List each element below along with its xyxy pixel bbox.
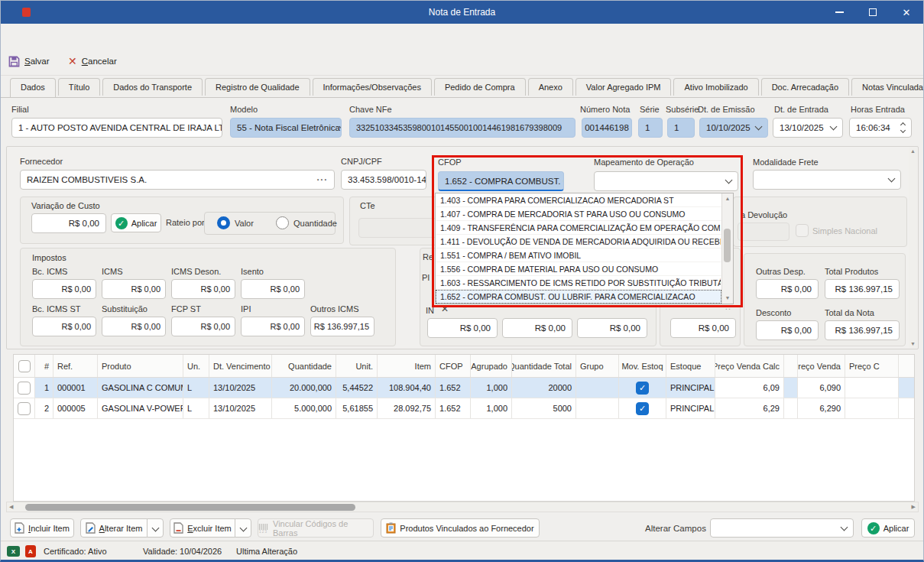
money-field[interactable]: R$ 0,00 bbox=[32, 317, 96, 336]
column-header[interactable]: Unit. bbox=[336, 355, 378, 377]
cfop-select[interactable]: 1.652 - COMPRA COMBUST. OU LU bbox=[438, 171, 564, 191]
scrollbar-thumb[interactable] bbox=[25, 504, 355, 511]
column-header[interactable]: Ref. bbox=[53, 355, 98, 377]
cfop-option[interactable]: 1.603 - RESSARCIMENTO DE ICMS RETIDO POR… bbox=[436, 276, 721, 290]
minimize-button[interactable] bbox=[822, 1, 856, 24]
cfop-option[interactable]: 1.409 - TRANSFERÊNCIA PARA COMERCIALIZAÇ… bbox=[436, 221, 721, 235]
panel-vertical-scrollbar[interactable]: ▲ ▼ bbox=[909, 148, 917, 348]
column-header[interactable]: Quantidade Total bbox=[512, 355, 576, 377]
serie-field[interactable]: 1 bbox=[638, 118, 663, 138]
time-spinner[interactable] bbox=[901, 122, 905, 134]
tab-doc-arrecada-o[interactable]: Doc. Arrecadação bbox=[761, 78, 849, 96]
horas-entrada-field[interactable]: 16:06:34 bbox=[849, 118, 912, 138]
tab-valor-agregado-ipm[interactable]: Valor Agregado IPM bbox=[575, 78, 672, 96]
scroll-right-icon[interactable]: ▶ bbox=[912, 503, 916, 511]
scrollbar-thumb[interactable] bbox=[724, 229, 731, 262]
column-header[interactable]: Estoque bbox=[666, 355, 715, 377]
column-header[interactable]: # bbox=[35, 355, 53, 377]
dropdown-scrollbar[interactable]: ▲ ▼ bbox=[721, 193, 733, 304]
column-header[interactable]: Preço C bbox=[845, 355, 899, 377]
produtos-vinculados-button[interactable]: Produtos Vinculados ao Fornecedor bbox=[381, 518, 540, 538]
alterar-item-dropdown[interactable] bbox=[147, 518, 164, 538]
tab-dados-do-transporte[interactable]: Dados do Transporte bbox=[102, 78, 203, 96]
column-header[interactable]: Un. bbox=[183, 355, 209, 377]
table-row[interactable]: 1000001GASOLINA C COMUML13/10/202520.000… bbox=[14, 378, 914, 398]
tab-informa-es-observa-es[interactable]: Informações/Observações bbox=[313, 78, 432, 96]
money-field[interactable]: R$ 0,00 bbox=[171, 279, 235, 299]
mov-estoq-checkbox[interactable]: ✓ bbox=[636, 382, 649, 395]
column-header[interactable]: Produto bbox=[98, 355, 183, 377]
column-header[interactable]: Item bbox=[378, 355, 436, 377]
total-produtos-field[interactable]: R$ 136.997,15 bbox=[825, 279, 900, 299]
incluir-item-button[interactable]: Incluir Item bbox=[10, 518, 74, 538]
tab-dados[interactable]: Dados bbox=[10, 78, 56, 97]
fornecedor-field[interactable]: RAIZEN COMBUSTIVEIS S.A.··· bbox=[20, 170, 335, 190]
tab-anexo[interactable]: Anexo bbox=[528, 78, 573, 96]
money-field[interactable]: R$ 0,00 bbox=[241, 317, 305, 336]
lookup-ellipsis-button[interactable]: ··· bbox=[317, 175, 329, 184]
clear-icon[interactable]: ✕ bbox=[441, 304, 449, 314]
money-field[interactable]: R$ 0,00 bbox=[32, 279, 96, 299]
tab-notas-vinculadas[interactable]: Notas Vinculadas bbox=[851, 78, 924, 96]
horizontal-scrollbar[interactable]: ◀ ▶ bbox=[6, 502, 919, 512]
column-header[interactable] bbox=[784, 355, 798, 377]
scroll-up-icon[interactable]: ▲ bbox=[910, 148, 916, 155]
money-field[interactable]: R$ 136.997,15 bbox=[310, 317, 374, 336]
total-nota-field[interactable]: R$ 136.997,15 bbox=[825, 320, 900, 340]
cfop-option[interactable]: 1.556 - COMPRA DE MATERIAL PARA USO OU C… bbox=[436, 262, 721, 276]
column-header[interactable]: Mov. Estoq bbox=[619, 355, 666, 377]
alterar-item-button[interactable]: Alterar Item bbox=[80, 518, 148, 538]
pdf-export-icon[interactable]: A bbox=[25, 545, 36, 557]
radio-quantidade[interactable] bbox=[276, 216, 289, 229]
scroll-left-icon[interactable]: ◀ bbox=[9, 503, 13, 511]
alterar-campos-select[interactable] bbox=[710, 518, 854, 538]
cfop-option[interactable]: 1.407 - COMPRA DE MERCADORIA ST PARA USO… bbox=[436, 207, 721, 221]
tab-ativo-imobilizado[interactable]: Ativo Imobilizado bbox=[673, 78, 758, 96]
modelo-select[interactable]: 55 - Nota Fiscal Eletrônica bbox=[230, 118, 342, 138]
scroll-down-icon[interactable]: ▼ bbox=[725, 294, 731, 302]
money-field[interactable]: R$ 0,00 bbox=[241, 279, 305, 299]
cancel-button[interactable]: ✕ Cancelar bbox=[68, 52, 117, 70]
maximize-button[interactable] bbox=[856, 1, 890, 24]
cfop-option[interactable]: 1.551 - COMPRA / BEM ATIVO IMOBIL bbox=[436, 249, 721, 262]
radio-valor[interactable] bbox=[217, 216, 230, 229]
chave-nfe-field[interactable]: 3325103345359800101455001001446198167939… bbox=[349, 118, 575, 138]
excluir-item-button[interactable]: Excluir Item bbox=[170, 518, 235, 538]
retencao-field-1[interactable]: R$ 0,00 bbox=[427, 318, 498, 338]
dt-emissao-select[interactable]: 10/10/2025 bbox=[699, 118, 768, 138]
money-field[interactable]: R$ 0,00 bbox=[171, 317, 235, 336]
mov-estoq-checkbox[interactable]: ✓ bbox=[636, 402, 649, 415]
variacao-valor-field[interactable]: R$ 0,00 bbox=[31, 213, 106, 233]
simples-nacional-checkbox[interactable] bbox=[796, 224, 809, 237]
cfop-option[interactable]: 1.652 - COMPRA COMBUST. OU LUBRIF. PARA … bbox=[436, 290, 721, 304]
scroll-down-icon[interactable]: ▼ bbox=[910, 340, 916, 348]
extra-money-field[interactable]: R$ 0,00 bbox=[670, 318, 736, 338]
select-all-checkbox[interactable] bbox=[18, 360, 31, 372]
dt-entrada-select[interactable]: 13/10/2025 bbox=[773, 118, 843, 138]
filial-select[interactable]: 1 - AUTO POSTO AVENIDA CENTRAL DE IRAJA … bbox=[11, 118, 222, 138]
money-field[interactable]: R$ 0,00 bbox=[102, 279, 166, 299]
tab-registro-de-qualidade[interactable]: Registro de Qualidade bbox=[205, 78, 310, 96]
excluir-item-dropdown[interactable] bbox=[235, 518, 251, 538]
aplicar-button[interactable]: ✓Aplicar bbox=[861, 518, 915, 538]
desconto-field[interactable]: R$ 0,00 bbox=[756, 320, 819, 340]
tab-t-tulo[interactable]: Título bbox=[58, 78, 101, 96]
outras-desp-field[interactable]: R$ 0,00 bbox=[756, 279, 819, 299]
mapeamento-select[interactable] bbox=[594, 171, 738, 191]
subserie-field[interactable]: 1 bbox=[667, 118, 695, 138]
row-checkbox[interactable] bbox=[18, 402, 31, 415]
close-button[interactable]: ✕ bbox=[890, 1, 923, 24]
tab-pedido-de-compra[interactable]: Pedido de Compra bbox=[434, 78, 526, 96]
row-checkbox[interactable] bbox=[18, 382, 31, 395]
modalidade-frete-select[interactable] bbox=[753, 170, 901, 190]
cfop-option[interactable]: 1.411 - DEVOLUÇÃO DE VENDA DE MERCADORIA… bbox=[436, 235, 721, 249]
grip-icon[interactable]: ∷ bbox=[725, 304, 731, 312]
table-row[interactable]: 2000005GASOLINA V-POWERL13/10/20255.000,… bbox=[14, 398, 914, 419]
scroll-up-icon[interactable]: ▲ bbox=[725, 195, 731, 203]
money-field[interactable]: R$ 0,00 bbox=[102, 317, 166, 336]
column-header[interactable]: Agrupado bbox=[471, 355, 512, 377]
column-header[interactable]: Preço Venda bbox=[798, 355, 845, 377]
column-header[interactable] bbox=[14, 355, 35, 377]
retencao-field-3[interactable]: R$ 0,00 bbox=[577, 318, 647, 338]
numero-nota-field[interactable]: 001446198 bbox=[582, 118, 632, 138]
